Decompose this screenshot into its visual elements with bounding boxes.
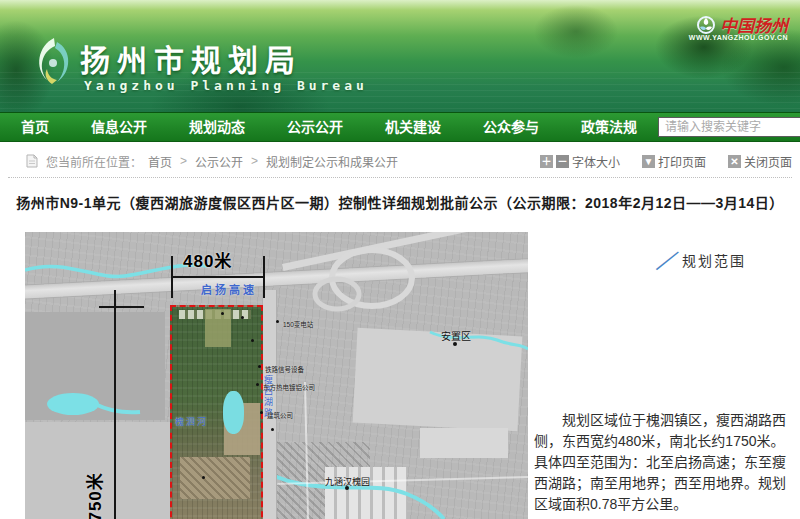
nav-item-info[interactable]: 信息公开 [70,113,168,141]
breadcrumb-separator: > [180,154,187,168]
article-body-text: 规划区域位于槐泗镇区，瘦西湖路西侧，东西宽约480米，南北长约1750米。具体四… [534,410,788,515]
breadcrumb-separator: > [251,154,258,168]
map-marker-dot [256,383,259,386]
area-village-patch [180,457,250,499]
poi-label: 东方热电镀铝公司 [263,382,315,392]
site-title: 扬州市规划局 [80,36,302,80]
close-page-button[interactable]: ✕ 关闭页面 [728,153,792,170]
height-measure-tick [99,306,144,308]
map-marker-dot [241,316,244,319]
area-field-patch [205,309,231,347]
nav-item-announcements[interactable]: 公示公开 [266,113,364,141]
nav-item-agency[interactable]: 机关建设 [364,113,462,141]
poi-label: 建筑公司 [267,410,293,420]
header-banner: 扬州市规划局 Yangzhou Planning Bureau 中国扬州 WWW… [0,0,800,112]
map-marker-dot [258,365,261,368]
poi-label: 铁路信号设备 [265,364,304,374]
width-measure-tick [171,256,173,298]
main-nav: 首页 信息公开 规划动态 公示公开 机关建设 公众参与 政策法规 搜索 [0,112,800,142]
brand-url: WWW.YANGZHOU.GOV.CN [689,34,788,41]
article-body-column: ／ 规划范围 规划区域位于槐泗镇区，瘦西湖路西侧，东西宽约480米，南北长约17… [534,232,788,519]
map-marker-dot [276,320,279,323]
close-label: 关闭页面 [744,153,792,170]
breadcrumb-current[interactable]: 规划制定公示和成果公开 [266,153,398,170]
map-marker-dot [260,411,263,414]
font-decrease-icon[interactable]: － [556,155,569,168]
font-increase-icon[interactable]: ＋ [540,155,553,168]
breadcrumb-announcements[interactable]: 公示公开 [195,153,243,170]
article-title: 扬州市N9-1单元（瘦西湖旅游度假区西片区一期）控制性详细规划批前公示（公示期限… [0,192,800,212]
map-marker-dot [221,312,224,315]
map-marker-dot [345,486,349,490]
poi-label: 150变电站 [283,319,313,329]
font-size-control: ＋ － 字体大小 [540,153,620,170]
width-measure-tick [263,256,265,298]
font-size-label: 字体大小 [572,153,620,170]
planning-area-boundary [170,305,263,519]
nav-item-participation[interactable]: 公众参与 [462,113,560,141]
site-subtitle: Yangzhou Planning Bureau [84,78,368,93]
section-heading: ／ 规划范围 [656,246,746,273]
resettlement-area-label: 安置区 [441,328,471,343]
planning-map-image: 480米 1750米 启扬高速 瘦西湖路 槐泗河 安置区 九涵汉槐园 150变电… [25,232,528,519]
breadcrumb-home[interactable]: 首页 [148,153,172,170]
section-heading-text: 规划范围 [682,250,746,270]
planning-bureau-logo-icon [26,34,78,92]
nav-item-home[interactable]: 首页 [0,113,70,141]
print-page-button[interactable]: ▼ 打印页面 [642,153,706,170]
print-icon: ▼ [642,155,655,168]
nav-item-news[interactable]: 规划动态 [168,113,266,141]
width-dimension-label: 480米 [183,247,232,272]
map-marker-dot [453,342,457,346]
map-marker-dot [202,476,205,479]
highway-name-label: 启扬高速 [201,281,257,297]
area-pond [223,391,244,434]
china-yangzhou-flower-icon [696,15,716,35]
width-measure-line [172,276,265,278]
breadcrumb-prefix: 您当前所在位置： [46,153,142,170]
document-icon [26,154,38,168]
search-input[interactable] [658,117,800,137]
height-measure-line [114,290,116,519]
height-dimension-label: 1750米 [81,472,106,519]
river-name-label: 槐泗河 [175,415,208,428]
breadcrumb-bar: 您当前所在位置： 首页 > 公示公开 > 规划制定公示和成果公开 ＋ － 字体大… [8,145,792,178]
nav-item-policies[interactable]: 政策法规 [560,113,658,141]
slash-icon: ／ [656,246,677,273]
print-label: 打印页面 [658,153,706,170]
close-icon: ✕ [728,155,741,168]
map-marker-dot [251,339,254,342]
map-marker-dot [271,428,274,431]
china-yangzhou-link[interactable]: 中国扬州 WWW.YANGZHOU.GOV.CN [642,12,792,52]
